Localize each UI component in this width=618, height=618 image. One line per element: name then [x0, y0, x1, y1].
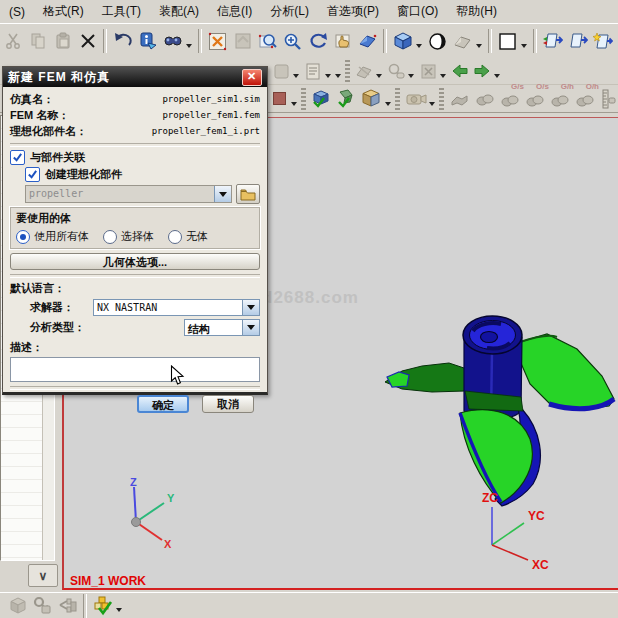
idealized-part-check-icon[interactable] [334, 86, 359, 111]
dropdown-arrow-icon[interactable] [521, 44, 527, 48]
zoom-box-disabled-icon[interactable] [230, 29, 255, 54]
rotate-icon[interactable] [305, 29, 330, 54]
color-swatch-icon[interactable] [268, 88, 290, 110]
create-idealized-checkbox[interactable] [25, 167, 40, 182]
information-window-icon[interactable] [302, 60, 324, 82]
assembly-cube-icon[interactable] [359, 86, 384, 111]
menu-item-tools[interactable]: 工具(T) [93, 0, 150, 23]
shaded-display-icon[interactable] [390, 29, 415, 54]
associate-to-part-row: 与部件关联 [10, 150, 260, 165]
solid-cube-disabled-icon[interactable] [5, 593, 30, 618]
geometry-options-button[interactable]: 几何体选项... [10, 253, 260, 270]
propeller-model[interactable] [375, 299, 618, 509]
fit-view-icon[interactable] [205, 29, 230, 54]
render-style-icon[interactable] [425, 29, 450, 54]
find-icon[interactable] [160, 29, 185, 54]
menu-item-help[interactable]: 帮助(H) [447, 0, 506, 23]
menu-item-cutoff[interactable]: (S) [0, 2, 34, 22]
dropdown-arrow-icon[interactable] [325, 74, 331, 78]
dropdown-arrow-icon[interactable] [186, 44, 192, 48]
cut-icon[interactable] [0, 29, 25, 54]
window-part-icon[interactable] [565, 29, 590, 54]
clamp-disabled-icon[interactable] [55, 593, 80, 618]
paste-icon[interactable] [50, 29, 75, 54]
simulation-check-icon[interactable] [90, 593, 115, 618]
zoom-in-out-icon[interactable] [280, 29, 305, 54]
dropdown-arrow-icon[interactable] [335, 74, 341, 78]
dropdown-arrow-icon[interactable] [293, 74, 299, 78]
menu-item-assemblies[interactable]: 装配(A) [150, 0, 208, 23]
dropdown-arrow-icon[interactable] [291, 102, 297, 106]
mesh-disabled-icon[interactable] [472, 86, 497, 111]
part-select-dropdown[interactable]: propeller [25, 185, 232, 203]
close-view-disabled-icon[interactable] [417, 60, 439, 82]
fem-model-check-icon[interactable] [309, 86, 334, 111]
dropdown-arrow-icon[interactable] [408, 74, 414, 78]
key-lock-disabled-icon[interactable] [30, 593, 55, 618]
pan-icon[interactable] [330, 29, 355, 54]
back-arrow-icon[interactable] [449, 60, 471, 82]
information-icon[interactable] [135, 29, 160, 54]
solver-dropdown[interactable]: NX NASTRAN [93, 299, 260, 316]
camera-disabled-icon[interactable] [403, 86, 428, 111]
separator [10, 386, 260, 390]
mesh-disabled-icon[interactable] [447, 86, 472, 111]
solver-label: 求解器： [30, 300, 74, 315]
mesh-os-disabled-icon[interactable]: O/s [522, 86, 547, 111]
zoom-region-icon[interactable] [255, 29, 280, 54]
delete-icon[interactable] [75, 29, 100, 54]
close-icon[interactable]: ✕ [242, 69, 262, 86]
toolbar-grip[interactable] [395, 88, 400, 110]
radio-no-bodies[interactable]: 无体 [168, 229, 208, 244]
wcs-yc-label: YC [528, 509, 545, 523]
dropdown-arrow-icon[interactable] [440, 74, 446, 78]
mesh-oh-disabled-icon[interactable]: O/h [572, 86, 597, 111]
dropdown-arrow-icon[interactable] [214, 186, 231, 202]
undo-icon[interactable] [110, 29, 135, 54]
menu-item-information[interactable]: 信息(I) [208, 0, 261, 23]
copy-icon[interactable] [25, 29, 50, 54]
ok-button[interactable]: 确定 [137, 395, 189, 413]
dropdown-arrow-icon[interactable] [116, 608, 122, 612]
description-textarea[interactable] [10, 357, 260, 382]
edit-section-disabled-icon[interactable] [353, 60, 375, 82]
analysis-type-dropdown[interactable]: 结构 [184, 319, 260, 336]
ruler-list-icon[interactable] [597, 88, 618, 110]
dropdown-arrow-icon[interactable] [476, 44, 482, 48]
dropdown-arrow-icon[interactable] [385, 102, 391, 106]
dropdown-arrow-icon[interactable] [494, 74, 500, 78]
radio-unselected-icon [103, 230, 117, 244]
toolbar-grip[interactable] [345, 60, 350, 82]
menu-item-analysis[interactable]: 分析(L) [261, 0, 318, 23]
object-display-disabled-icon[interactable] [270, 60, 292, 82]
panel-expand-button[interactable]: ∨ [28, 564, 58, 587]
menu-item-format[interactable]: 格式(R) [34, 0, 93, 23]
mesh-gh-disabled-icon[interactable]: G/h [547, 86, 572, 111]
dropdown-arrow-icon[interactable] [242, 320, 259, 335]
radio-select-bodies[interactable]: 选择体 [103, 229, 154, 244]
bodies-radio-group: 使用所有体 选择体 无体 [16, 229, 254, 244]
mesh-gs-disabled-icon[interactable]: G/s [497, 86, 522, 111]
tag-search-disabled-icon[interactable] [385, 60, 407, 82]
dialog-title-bar[interactable]: 新建 FEM 和仿真 ✕ [3, 67, 267, 87]
cancel-button[interactable]: 取消 [202, 395, 254, 413]
dropdown-arrow-icon[interactable] [242, 300, 259, 315]
radio-use-all-bodies[interactable]: 使用所有体 [16, 229, 89, 244]
browse-folder-button[interactable] [236, 184, 260, 204]
menu-item-preferences[interactable]: 首选项(P) [318, 0, 388, 23]
new-window-icon[interactable] [590, 29, 615, 54]
toolbar-grip[interactable] [301, 88, 306, 110]
menu-item-window[interactable]: 窗口(O) [388, 0, 447, 23]
background-color-icon[interactable] [495, 29, 520, 54]
dropdown-arrow-icon[interactable] [429, 102, 435, 106]
perspective-icon[interactable] [355, 29, 380, 54]
toolbar-grip[interactable] [439, 88, 444, 110]
idealized-part-name-row: 理想化部件名： propeller_fem1_i.prt [10, 123, 260, 139]
flat-shape-icon[interactable] [450, 29, 475, 54]
wcs-triad[interactable]: ZC YC XC [458, 487, 558, 572]
dropdown-arrow-icon[interactable] [416, 44, 422, 48]
associate-checkbox[interactable] [10, 150, 25, 165]
display-part-icon[interactable] [540, 29, 565, 54]
forward-arrow-icon[interactable] [471, 60, 493, 82]
dropdown-arrow-icon[interactable] [376, 74, 382, 78]
